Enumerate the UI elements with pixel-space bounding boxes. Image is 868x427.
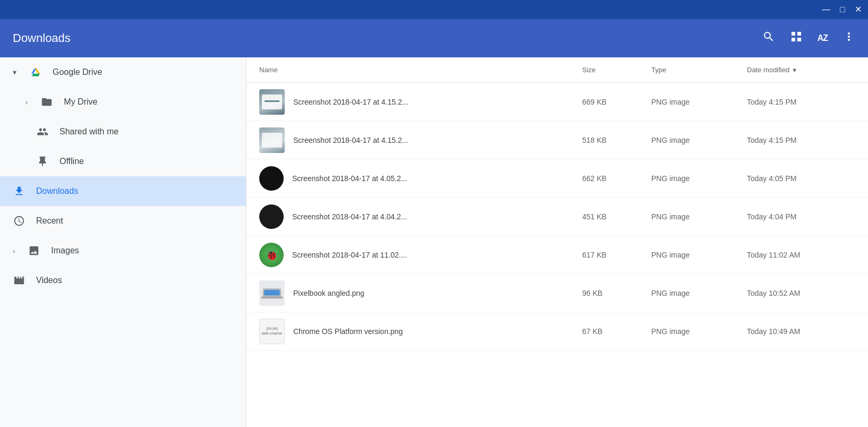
file-size: 662 KB	[578, 174, 647, 183]
file-size: 518 KB	[578, 136, 647, 144]
sidebar-item-label: My Drive	[64, 97, 97, 107]
file-date: Today 10:52 AM	[743, 289, 860, 297]
table-row[interactable]: Screenshot 2018-04-17 at 4.04.2... 451 K…	[246, 198, 868, 236]
table-row[interactable]: (64-bit)able-channe Chrome OS Platform v…	[246, 312, 868, 351]
file-area: Name Size Type Date modified ▼ Screensho…	[246, 57, 868, 427]
sidebar-item-images[interactable]: › Images	[0, 236, 246, 266]
file-name: Screenshot 2018-04-17 at 4.15.2...	[293, 98, 408, 106]
file-size: 617 KB	[578, 251, 647, 259]
column-header-name[interactable]: Name	[255, 66, 578, 74]
file-thumbnail: (64-bit)able-channe	[259, 319, 285, 344]
file-date: Today 4:05 PM	[743, 174, 860, 183]
column-header-date[interactable]: Date modified ▼	[743, 66, 860, 74]
file-thumbnail: 🐞	[259, 243, 284, 267]
table-header: Name Size Type Date modified ▼	[246, 57, 868, 83]
file-type: PNG image	[647, 136, 743, 144]
more-options-icon[interactable]	[843, 30, 855, 46]
file-date: Today 4:15 PM	[743, 136, 860, 144]
header-actions: AZ	[762, 30, 855, 46]
search-icon[interactable]	[762, 30, 775, 46]
video-icon	[13, 275, 25, 286]
close-button[interactable]: ✕	[855, 5, 862, 14]
svg-rect-2	[264, 289, 279, 295]
file-name-cell: Screenshot 2018-04-17 at 4.04.2...	[255, 204, 578, 229]
sidebar-item-my-drive[interactable]: › My Drive	[0, 87, 246, 117]
sidebar-item-label: Images	[51, 246, 79, 255]
file-name: Screenshot 2018-04-17 at 4.15.2...	[293, 136, 408, 144]
content-area: ▾ Google Drive › My Drive Shared with me	[0, 57, 868, 427]
file-name: Screenshot 2018-04-17 at 4.04.2...	[292, 212, 407, 221]
sort-arrow-icon: ▼	[792, 67, 797, 73]
page-title: Downloads	[13, 31, 762, 45]
pin-icon	[36, 156, 49, 167]
file-thumbnail	[259, 127, 285, 153]
file-thumbnail	[259, 166, 284, 191]
file-type: PNG image	[647, 289, 743, 297]
sidebar-item-label: Videos	[36, 276, 62, 285]
title-bar: — □ ✕	[0, 0, 868, 19]
file-name-cell: Pixelbook angled.png	[255, 280, 578, 306]
sidebar-item-recent[interactable]: Recent	[0, 206, 246, 236]
file-name-cell: 🐞 Screenshot 2018-04-17 at 11.02....	[255, 243, 578, 267]
expand-arrow-icon: ›	[13, 247, 15, 255]
expand-arrow-icon: ▾	[13, 68, 16, 76]
file-name: Screenshot 2018-04-17 at 4.05.2...	[292, 174, 407, 183]
file-date: Today 10:49 AM	[743, 327, 860, 336]
file-thumbnail	[259, 204, 284, 229]
file-type: PNG image	[647, 327, 743, 336]
file-date: Today 11:02 AM	[743, 251, 860, 259]
app-header: Downloads AZ	[0, 19, 868, 57]
file-name-cell: (64-bit)able-channe Chrome OS Platform v…	[255, 319, 578, 344]
sort-icon[interactable]: AZ	[818, 33, 828, 43]
file-size: 67 KB	[578, 327, 647, 336]
sidebar-item-shared-with-me[interactable]: Shared with me	[0, 117, 246, 147]
file-name-cell: Screenshot 2018-04-17 at 4.15.2...	[255, 89, 578, 115]
people-icon	[36, 126, 49, 138]
sidebar-item-label: Offline	[59, 157, 84, 166]
expand-arrow-icon: ›	[25, 98, 28, 106]
table-row[interactable]: Screenshot 2018-04-17 at 4.15.2... 669 K…	[246, 83, 868, 121]
file-thumbnail	[259, 89, 285, 115]
download-icon	[13, 185, 25, 197]
table-row[interactable]: 🐞 Screenshot 2018-04-17 at 11.02.... 617…	[246, 236, 868, 274]
file-date: Today 4:15 PM	[743, 98, 860, 106]
file-name: Screenshot 2018-04-17 at 11.02....	[292, 251, 407, 259]
file-name: Pixelbook angled.png	[293, 289, 364, 297]
file-name-cell: Screenshot 2018-04-17 at 4.05.2...	[255, 166, 578, 191]
file-name: Chrome OS Platform version.png	[293, 327, 403, 336]
column-header-size[interactable]: Size	[578, 66, 647, 74]
maximize-button[interactable]: □	[840, 5, 845, 14]
file-size: 669 KB	[578, 98, 647, 106]
file-size: 451 KB	[578, 212, 647, 221]
sidebar-item-videos[interactable]: Videos	[0, 266, 246, 295]
clock-icon	[13, 215, 25, 227]
file-type: PNG image	[647, 98, 743, 106]
sidebar-item-label: Downloads	[36, 186, 78, 196]
grid-view-icon[interactable]	[790, 30, 803, 46]
drive-icon	[29, 66, 42, 78]
sidebar: ▾ Google Drive › My Drive Shared with me	[0, 57, 246, 427]
file-type: PNG image	[647, 212, 743, 221]
table-row[interactable]: Pixelbook angled.png 96 KB PNG image Tod…	[246, 274, 868, 312]
file-type: PNG image	[647, 174, 743, 183]
file-name-cell: Screenshot 2018-04-17 at 4.15.2...	[255, 127, 578, 153]
file-size: 96 KB	[578, 289, 647, 297]
svg-rect-1	[261, 296, 283, 298]
sidebar-item-label: Shared with me	[59, 127, 118, 136]
column-header-type[interactable]: Type	[647, 66, 743, 74]
table-row[interactable]: Screenshot 2018-04-17 at 4.05.2... 662 K…	[246, 159, 868, 198]
sidebar-item-offline[interactable]: Offline	[0, 147, 246, 176]
sidebar-item-google-drive[interactable]: ▾ Google Drive	[0, 57, 246, 87]
file-date: Today 4:04 PM	[743, 212, 860, 221]
image-icon	[28, 245, 40, 257]
table-row[interactable]: Screenshot 2018-04-17 at 4.15.2... 518 K…	[246, 121, 868, 159]
sidebar-item-label: Recent	[36, 216, 63, 226]
minimize-button[interactable]: —	[822, 5, 830, 14]
sidebar-item-downloads[interactable]: Downloads	[0, 176, 246, 206]
folder-icon	[40, 96, 53, 108]
file-type: PNG image	[647, 251, 743, 259]
sidebar-item-label: Google Drive	[53, 67, 102, 77]
file-thumbnail	[259, 280, 285, 306]
